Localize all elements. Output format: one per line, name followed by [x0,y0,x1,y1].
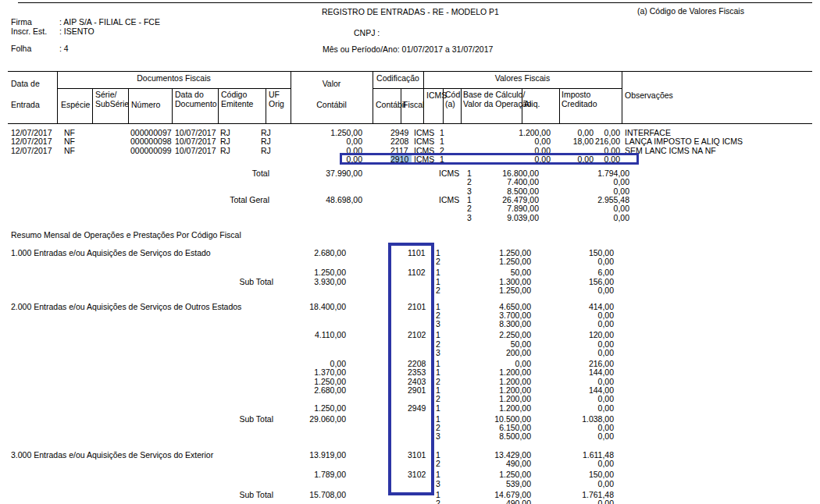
col-valor-contabil: Contábil [291,101,373,108]
cell-base-calculo: 9.039,00 [475,214,539,222]
cell-subtotal-label [234,368,273,377]
col-icms: ICMS [426,91,447,99]
cell-valor-contabil [273,499,346,504]
cell-aliq: 18,00 [551,137,594,146]
col-cod-a: (a) [445,100,455,108]
resumo-row: 2 490,00 0,00 [0,499,820,504]
total-row: 2 7.890,00 0,00 [0,204,820,213]
col-data-entrada: Entrada [11,101,40,108]
cell-observacoes: LANÇA IMPOSTO E ALIQ ICMS [620,137,820,146]
col-cod-a: Cód [445,91,460,98]
cell-valor-contabil: 37.990,00 [269,169,362,178]
col-serie: Série/ [95,91,116,98]
cell-section-desc [0,349,234,357]
col-codigo-emitente: Emitente [221,100,253,108]
total-row: Total Geral 48.698,00 ICMS 1 26.479,00 2… [0,196,820,204]
header-line-h [8,123,812,124]
cell-section-desc [0,395,234,403]
cell-especie: NF [64,147,95,155]
cell-valor-contabil: 13.919,00 [273,451,346,460]
cell-codigo-emitente: RJ [220,137,261,146]
cell-base-calculo: 490,00 [453,499,531,504]
cell-subtotal-label [234,451,273,460]
header-line-v [559,88,560,123]
header-line-v [266,88,266,123]
folha-value: : 4 [59,44,69,52]
cell-cod-a: 2 [434,460,453,468]
cell-cod-a: 3 [434,432,453,441]
cell-total-label [0,204,269,213]
resumo-heading: Resumo Mensal de Operações e Prestações … [11,231,241,239]
cell-section-desc: 2.000 Entradas e/ou Aquisições de Serviç… [0,303,234,311]
cell-subtotal-label [234,257,273,266]
cell-base-calculo: 7.890,00 [475,204,539,213]
col-aliq: Aliq. [524,100,540,108]
cell-numero: 000000098 [130,137,175,146]
cell-section-desc [0,257,234,266]
cell-valor-contabil [273,432,346,441]
cell-valor-contabil: 2.680,00 [273,386,346,395]
cell-cod-a: 1 [434,404,453,413]
cell-data-documento [175,155,220,164]
top-rule [18,2,812,3]
cell-codigo-emitente [220,155,261,164]
cell-valor-contabil [269,214,362,222]
cell-valor-contabil: 1.250,00 [273,268,346,277]
col-cod-fiscal: Fiscal [403,101,424,108]
cell-section-desc [0,491,234,499]
group-documentos-fiscais: Documentos Fiscais [57,74,291,82]
cell-cod-fiscal: 2208 [390,137,412,146]
cell-subtotal-label [234,349,273,357]
cell-base-calculo: 200,00 [453,349,531,357]
header-line-v [461,88,462,123]
cell-imposto-creditado: 0,00 [531,395,614,403]
cell-especie: NF [64,137,95,146]
cell-imposto-creditado: 0,00 [531,320,614,328]
cell-icms: ICMS [439,169,467,178]
cell-base-calculo: 1.200,00 [453,395,531,403]
cell-section-desc [0,460,234,468]
cell-base-calculo: 490,00 [453,460,531,468]
cell-spacer [346,499,398,504]
cell-section-desc [0,311,234,320]
cell-section-desc [0,378,234,386]
cnpj-label: CNPJ : [354,29,380,37]
cell-section-desc [0,360,234,368]
cell-numero: 000000099 [130,147,175,155]
cell-section-desc [0,368,234,377]
header-line-v [92,88,93,123]
cell-spacer [362,187,439,196]
col-data-entrada: Data de [11,80,40,87]
cell-icms: ICMS [412,137,437,146]
cell-subtotal-label: Sub Total [234,415,273,424]
cell-subtotal-label [234,432,273,441]
cell-base-calculo: 1.200,00 [453,404,531,413]
cell-cod-a: 3 [467,214,475,222]
total-row: 3 9.039,00 0,00 [0,214,820,222]
cell-subtotal-label: Sub Total [234,491,273,499]
cell-cod-a: 3 [434,349,453,357]
cell-cod-a: 2 [467,204,475,213]
cell-spacer [362,196,439,204]
col-base-calculo: Base de Cálculo/ [463,91,525,98]
report-page: Firma : AIP S/A - FILIAL CE - FCE Inscr.… [0,0,820,504]
cell-imposto-creditado: 0,00 [531,286,614,295]
cell-subtotal-label [234,311,273,320]
firma-value: : AIP S/A - FILIAL CE - FCE [59,18,160,26]
cell-imposto-creditado: 0,00 [531,480,614,488]
cell-subtotal-label [234,395,273,403]
cell-base-calculo: 539,00 [453,480,531,488]
col-imposto-creditado: Creditado [562,100,597,108]
cell-valor-contabil [273,286,346,295]
cell-valor-contabil [273,349,346,357]
cell-subtotal-label [234,424,273,432]
cell-serie-subserie [95,129,130,137]
cell-serie-subserie [95,147,130,155]
cell-data-documento: 10/07/2017 [175,147,220,155]
cell-valor-contabil: 18.400,00 [273,303,346,311]
cell-cod-a: 2 [434,395,453,403]
cell-icms [439,178,467,186]
report-title: REGISTRO DE ENTRADAS - RE - MODELO P1 [322,8,499,16]
cell-section-desc: 3.000 Entradas e/ou Aquisições de Serviç… [0,451,234,460]
cell-spacer [362,204,439,213]
